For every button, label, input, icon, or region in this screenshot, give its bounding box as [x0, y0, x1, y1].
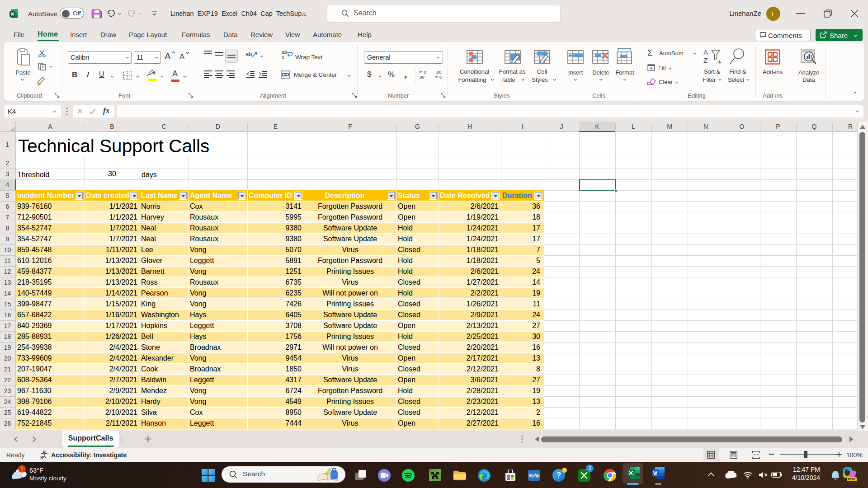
svg-text:A: A	[703, 48, 708, 56]
svg-text:.00: .00	[436, 70, 442, 75]
svg-text:Z: Z	[703, 56, 708, 64]
svg-text:.00: .00	[419, 75, 425, 79]
svg-text:0: 0	[439, 75, 442, 79]
svg-text:0: 0	[424, 70, 426, 75]
